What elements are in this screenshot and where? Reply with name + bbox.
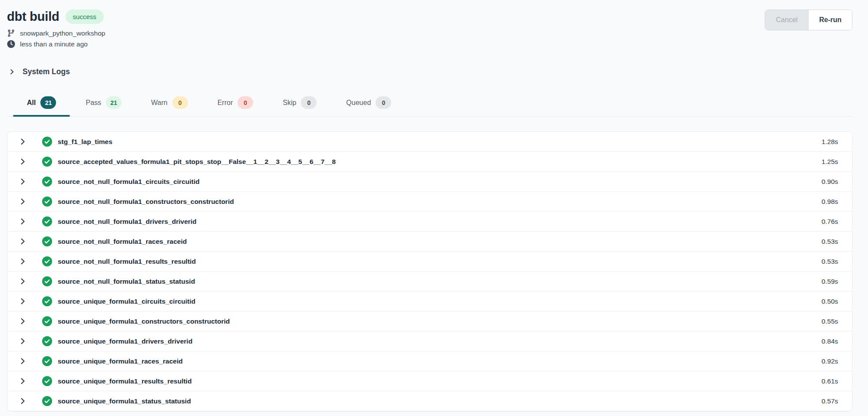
result-name: source_unique_formula1_status_statusid [58,397,191,405]
tab-queued[interactable]: Queued 0 [332,96,405,116]
expand-chevron-icon[interactable] [19,198,26,205]
result-duration: 0.92s [822,357,838,365]
pass-check-icon [42,137,52,147]
result-duration: 0.57s [822,397,838,405]
tab-label: Error [218,99,233,107]
result-duration: 0.61s [822,377,838,385]
pass-check-icon [42,316,52,326]
result-name: source_accepted_values_formula1_pit_stop… [58,158,336,166]
result-name: source_not_null_formula1_races_raceid [58,238,187,246]
tab-count-badge: 21 [40,96,56,109]
pass-check-icon [42,197,52,206]
result-duration: 0.59s [822,278,838,285]
rerun-button[interactable]: Re-run [808,10,852,30]
table-row[interactable]: source_unique_formula1_races_raceid 0.92… [7,351,852,371]
status-badge: success [66,10,104,24]
tab-error[interactable]: Error 0 [204,96,267,116]
result-duration: 0.76s [822,218,838,226]
chevron-right-icon [9,69,15,75]
result-duration: 0.53s [822,258,838,265]
expand-chevron-icon[interactable] [19,218,26,225]
tab-label: Pass [86,99,101,107]
result-duration: 1.25s [822,158,838,166]
tab-label: All [27,99,36,107]
expand-chevron-icon[interactable] [19,258,26,265]
result-name: source_unique_formula1_results_resultid [58,377,191,385]
pass-check-icon [42,376,52,386]
result-duration: 0.98s [822,198,838,206]
result-duration: 0.90s [822,178,838,186]
result-name: source_unique_formula1_drivers_driverid [58,337,192,345]
status-tabs: All 21 Pass 21 Warn 0 Error 0 Skip 0 Que… [7,96,852,117]
table-row[interactable]: source_not_null_formula1_drivers_driveri… [7,212,852,232]
result-name: source_not_null_formula1_circuits_circui… [58,178,199,186]
result-name: source_not_null_formula1_constructors_co… [58,198,234,206]
expand-chevron-icon[interactable] [19,238,26,245]
table-row[interactable]: source_unique_formula1_drivers_driverid … [7,331,852,351]
tab-all[interactable]: All 21 [13,96,70,116]
tab-label: Queued [346,99,371,107]
table-row[interactable]: source_not_null_formula1_circuits_circui… [7,172,852,192]
time-row: less than a minute ago [7,40,105,48]
pass-check-icon [42,216,52,226]
result-name: source_unique_formula1_constructors_cons… [58,318,230,325]
result-name: source_unique_formula1_races_raceid [58,357,183,365]
pass-check-icon [42,336,52,346]
expand-chevron-icon[interactable] [19,178,26,185]
expand-chevron-icon[interactable] [19,337,26,345]
system-logs-label: System Logs [23,67,70,76]
result-duration: 1.28s [822,138,838,146]
result-name: source_unique_formula1_circuits_circuiti… [58,298,195,305]
expand-chevron-icon[interactable] [19,298,26,305]
table-row[interactable]: source_unique_formula1_status_statusid 0… [7,391,852,411]
tab-label: Warn [151,99,168,107]
result-duration: 0.50s [822,298,838,305]
tab-skip[interactable]: Skip 0 [269,96,330,116]
tab-count-badge: 21 [106,96,122,109]
table-row[interactable]: source_not_null_formula1_constructors_co… [7,192,852,212]
tab-label: Skip [283,99,296,107]
system-logs-toggle[interactable]: System Logs [9,67,70,76]
results-list: stg_f1_lap_times 1.28s source_accepted_v… [7,131,852,412]
table-row[interactable]: source_unique_formula1_circuits_circuiti… [7,292,852,311]
tab-count-badge: 0 [238,96,253,109]
page-title: dbt build [7,10,59,24]
result-duration: 0.84s [822,337,838,345]
table-row[interactable]: source_not_null_formula1_results_resulti… [7,252,852,272]
clock-icon [7,40,15,48]
table-row[interactable]: stg_f1_lap_times 1.28s [7,132,852,152]
run-header-left: dbt build success snowpark_python_worksh… [7,10,105,48]
branch-row: snowpark_python_workshop [7,29,105,37]
run-actions: Cancel Re-run [765,10,852,30]
pass-check-icon [42,177,52,187]
pass-check-icon [42,157,52,167]
expand-chevron-icon[interactable] [19,397,26,405]
tab-warn[interactable]: Warn 0 [137,96,202,116]
tab-pass[interactable]: Pass 21 [72,96,135,116]
table-row[interactable]: source_unique_formula1_constructors_cons… [7,311,852,331]
expand-chevron-icon[interactable] [19,377,26,385]
expand-chevron-icon[interactable] [19,318,26,325]
run-time: less than a minute ago [20,40,88,48]
table-row[interactable]: source_accepted_values_formula1_pit_stop… [7,152,852,172]
expand-chevron-icon[interactable] [19,357,26,365]
table-row[interactable]: source_not_null_formula1_races_raceid 0.… [7,232,852,252]
expand-chevron-icon[interactable] [19,158,26,165]
pass-check-icon [42,256,52,266]
result-name: stg_f1_lap_times [58,138,112,146]
pass-check-icon [42,296,52,306]
pass-check-icon [42,276,52,286]
table-row[interactable]: source_unique_formula1_results_resultid … [7,371,852,391]
cancel-button[interactable]: Cancel [765,10,808,30]
expand-chevron-icon[interactable] [19,278,26,285]
tab-count-badge: 0 [172,96,188,109]
run-header: dbt build success snowpark_python_worksh… [0,0,868,48]
table-row[interactable]: source_not_null_formula1_status_statusid… [7,272,852,292]
git-branch-icon [7,29,15,37]
result-name: source_not_null_formula1_drivers_driveri… [58,218,197,226]
branch-name: snowpark_python_workshop [20,29,105,37]
tab-count-badge: 0 [376,96,391,109]
pass-check-icon [42,356,52,366]
result-duration: 0.53s [822,238,838,246]
expand-chevron-icon[interactable] [19,138,26,145]
